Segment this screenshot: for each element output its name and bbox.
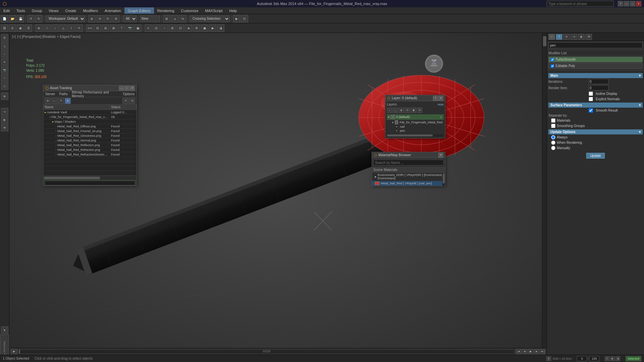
tc-next-key[interactable]: ►| [540,349,545,354]
rc-btn1[interactable]: ⊡ [605,356,609,361]
tb-select[interactable]: ⊕ [88,15,96,22]
at-tb-btn4[interactable]: ■ [65,98,71,104]
modifier-turbosmooth-check[interactable] [551,58,554,61]
layer-check-0[interactable] [391,115,395,119]
modifier-editable-poly[interactable]: Editable Poly [548,63,643,69]
select-filter[interactable]: All [123,15,137,22]
at-close-btn[interactable]: ✕ [130,86,135,90]
sb-systems[interactable]: ⊕ [1,93,8,100]
at-table[interactable]: ▸ Autodesk Vault Logged O... ▪ File_for_… [43,110,137,176]
mb-item-metal-nail[interactable]: Metal_Nail_Red { VRayMtl } [nail, pen] [372,181,445,186]
mb-item-environment[interactable]: ■ Environment_HDRI { VRayHDRI } [Environ… [372,173,445,181]
ts-smoothing-groups-check[interactable] [551,124,555,128]
at-row-normal[interactable]: ▫ Metal_Nail_Red_Normal.png Found [43,138,137,143]
tb-schematic[interactable]: ⊡ [177,24,184,32]
tb-place-hi[interactable]: ⊤ [118,24,125,32]
menu-views[interactable]: Views [45,7,62,14]
selection-region[interactable]: Crossing Selection [190,15,230,22]
search-input[interactable] [547,1,614,7]
sb-create[interactable]: ☰ [1,34,8,42]
menu-modifiers[interactable]: Modifiers [79,7,101,14]
tb-align[interactable]: ⊟ [94,24,101,32]
at-scrollbar-h[interactable] [43,176,137,180]
ts-iterations-input[interactable] [589,79,609,84]
viewport-scrollbar-v[interactable] [542,33,547,362]
tb-mirror[interactable]: ⟺ [86,24,93,32]
at-menu-bitmap[interactable]: Bitmap Performance and Memory [70,90,121,98]
at-menu-server[interactable]: Server [43,92,57,96]
at-row-refraction-gloss[interactable]: ▫ Metal_Nail_Red_RefractionGlossiness.pn… [43,152,137,157]
rc-btn2[interactable]: ◐ [610,356,615,361]
layers-titlebar[interactable]: ⬡ Layer: 0 (default) ? ✕ [385,95,445,101]
at-menu-options[interactable]: Options [121,92,137,96]
ts-main-header[interactable]: Main ▾ [548,73,643,78]
tc-next-frame[interactable]: ► [534,349,539,354]
maximize-btn[interactable]: □ [630,1,635,6]
at-path-input[interactable] [45,181,135,185]
layer-tb-freeze[interactable]: ❄ [405,108,410,113]
sb-bottom[interactable]: ▼ [1,326,8,334]
at-row-reflection[interactable]: ▫ Metal_Nail_Red_Reflection.png Found [43,143,137,147]
menu-graph-editors[interactable]: Graph Editors [124,7,154,14]
ts-main-toggle[interactable]: ▾ [639,74,641,77]
at-row-fresnel[interactable]: ▫ Metal_Nail_Red_Fresnel_Ior.png Found [43,129,137,133]
layer-item-nail[interactable]: ▪ nail [387,125,444,129]
grid-btn[interactable]: ⊞ [546,356,551,361]
layer-item-0[interactable]: ▾ 0 (default) ✓ [387,114,444,120]
tb-render-frame[interactable]: ▣ [201,24,208,32]
tb-render-setup[interactable]: ⚙ [193,24,200,32]
ts-smooth-result-check[interactable] [589,108,593,113]
tb-layer-mgr[interactable]: ≡ [145,24,152,32]
menu-customize[interactable]: Customize [178,7,202,14]
ts-materials-check[interactable] [551,118,555,123]
layer-check-fnails[interactable] [395,120,398,124]
ts-render-iters-input[interactable] [589,85,609,90]
ts-surface-toggle[interactable]: ▾ [639,103,641,107]
tb-play[interactable]: ▶ [233,15,240,22]
tb-rect-sel[interactable]: □ [43,24,51,32]
tb-align-view[interactable]: ▣ [134,24,142,32]
material-browser-titlebar[interactable]: ⬡ Material/Map Browser ✕ [372,152,445,158]
tb-sim[interactable]: ⊡ [241,15,248,22]
workspace-dropdown[interactable]: Workspace: Default [46,15,85,22]
at-tb-refresh[interactable]: ↺ [122,98,128,104]
tb-render-prod[interactable]: ▶ [209,24,216,32]
tb-normal-align[interactable]: ⊠ [110,24,117,32]
at-tb-btn3[interactable]: ✎ [58,98,64,104]
tb-circle-sel[interactable]: ○ [51,24,59,32]
tb-rotate[interactable]: ↻ [104,15,112,22]
rp-tab-create[interactable]: + [548,34,555,40]
layer-tb-render[interactable]: ▣ [411,108,416,113]
mb-scrollbar[interactable] [442,173,445,186]
time-slider[interactable]: 0/225 [19,349,515,354]
sb-shapes[interactable]: ○ [1,50,8,58]
layer-tb-sel-hide[interactable]: ◐ [399,108,404,113]
help-btn[interactable]: ? [618,1,623,6]
sb-lights[interactable]: ☀ [1,58,8,66]
tb-align-cam[interactable]: 📷 [126,24,133,32]
tb-redo[interactable]: ↻ [35,15,43,22]
rc-btn3[interactable]: ◑ [615,356,620,361]
ts-surface-header[interactable]: Surface Parameters ▾ [548,103,643,108]
tc-prev-key[interactable]: |◄ [516,349,521,354]
tb-fence-sel[interactable]: △ [59,24,67,32]
at-tb-settings[interactable]: ⚙ [129,98,135,104]
tb-new[interactable]: 📄 [1,15,8,22]
rp-tab-hierarchy[interactable]: H [563,34,570,40]
vp-plus-icon[interactable]: [+] [12,35,16,39]
tb-save[interactable]: 💾 [17,15,24,22]
total-frames-input[interactable] [589,356,599,361]
new-input[interactable] [140,15,160,22]
tb-paint[interactable]: ✎ [75,24,83,32]
tb-bind[interactable]: ◉ [17,24,24,32]
layer-item-fnails[interactable]: ▾ File_for_Fingernails_Metal_Red [387,120,444,125]
layer-tb-new[interactable]: + [387,108,392,113]
menu-group[interactable]: Group [29,7,46,14]
scrollbar-thumb-v[interactable] [543,36,546,46]
close-btn[interactable]: ✕ [636,1,641,6]
layers-q-btn[interactable]: ? [433,96,438,101]
tb-percent-snap[interactable]: % [179,15,186,22]
tb-scene[interactable]: ☰ [25,24,32,32]
tb-track[interactable]: ⊞ [169,24,176,32]
tb-undo[interactable]: ↺ [27,15,35,22]
